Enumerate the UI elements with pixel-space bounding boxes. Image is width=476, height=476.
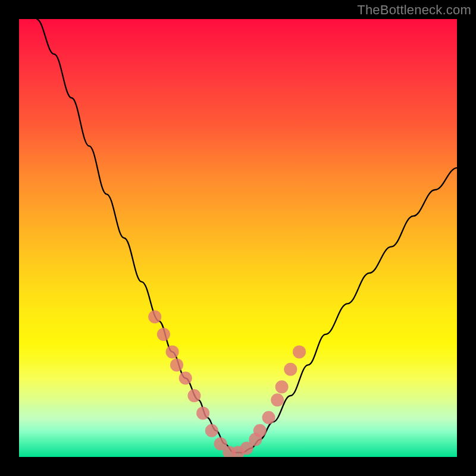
highlight-dot: [166, 345, 179, 358]
bottleneck-curve: [36, 19, 457, 453]
highlight-dot: [284, 363, 297, 376]
highlight-dot: [293, 345, 306, 358]
highlight-dot: [148, 311, 161, 324]
highlight-dot: [205, 424, 218, 437]
highlight-dot: [187, 389, 201, 402]
highlight-dot: [157, 328, 170, 341]
chart-container: TheBottleneck.com: [0, 0, 476, 476]
highlight-dot: [262, 411, 275, 424]
highlight-dot: [253, 424, 267, 437]
highlight-dot: [179, 372, 192, 385]
highlight-dot: [271, 393, 284, 406]
watermark-text: TheBottleneck.com: [357, 2, 471, 18]
highlight-dot: [275, 380, 289, 393]
highlight-dot: [170, 358, 183, 371]
plot-area: [19, 19, 457, 457]
curve-layer: [19, 19, 457, 457]
highlight-dots: [148, 311, 306, 458]
highlight-dot: [196, 406, 209, 419]
